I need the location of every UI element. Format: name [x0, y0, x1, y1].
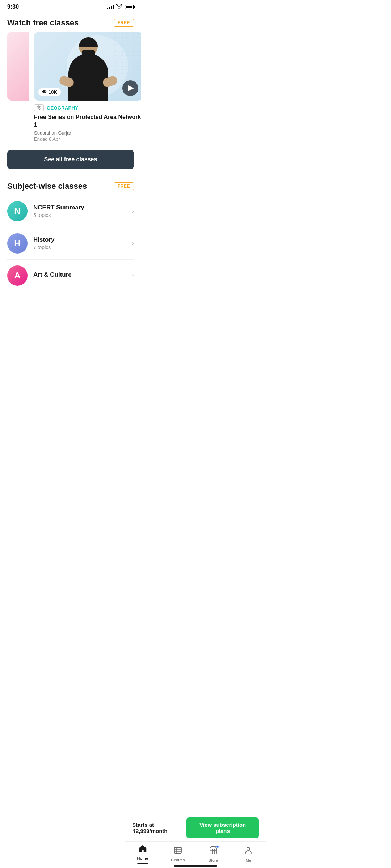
subject-item-art[interactable]: A Art & Culture › — [7, 260, 134, 292]
free-badge-subject: FREE — [114, 182, 134, 190]
subject-topics-ncert: 5 topics — [33, 212, 132, 218]
main-content: Watch free classes FREE — [0, 12, 141, 339]
signal-icon — [107, 4, 114, 9]
wifi-icon — [116, 4, 122, 10]
chevron-right-icon-history: › — [132, 239, 134, 247]
subject-name-art: Art & Culture — [33, 271, 132, 278]
status-time: 9:30 — [7, 4, 19, 10]
video-instructor: Sudarshan Gurjar — [34, 130, 141, 136]
view-count: 👁 10K — [38, 88, 61, 96]
eye-icon: 👁 — [42, 89, 47, 95]
subject-info-history: History 7 topics — [33, 236, 132, 250]
view-count-value: 10K — [49, 89, 57, 95]
subject-name-history: History — [33, 236, 132, 243]
free-badge-watch: FREE — [114, 19, 134, 27]
see-all-button[interactable]: See all free classes — [7, 150, 134, 169]
video-date: Ended 8 Apr — [34, 136, 141, 142]
status-icons — [107, 4, 134, 10]
subject-avatar-art: A — [7, 265, 28, 286]
chevron-right-icon-ncert: › — [132, 207, 134, 215]
watch-free-classes-header: Watch free classes FREE — [0, 12, 141, 32]
language-badge: हि — [34, 104, 44, 111]
video-card-main[interactable]: 👁 10K हि GEOGRAPHY Free Series on Protec… — [34, 32, 141, 143]
subject-avatar-ncert: N — [7, 201, 28, 221]
video-thumbnail[interactable]: 👁 10K — [34, 32, 141, 101]
subject-item-history[interactable]: H History 7 topics › — [7, 227, 134, 260]
subject-wise-title: Subject-wise classes — [7, 182, 87, 191]
subject-wise-header: Subject-wise classes FREE — [0, 176, 141, 195]
person-beard — [82, 50, 95, 56]
subject-topics-history: 7 topics — [33, 244, 132, 250]
subject-info-art: Art & Culture — [33, 271, 132, 280]
video-meta: हि GEOGRAPHY Free Series on Protected Ar… — [34, 101, 141, 143]
battery-icon — [125, 5, 134, 9]
subject-info-ncert: NCERT Summary 5 topics — [33, 204, 132, 218]
video-card-partial — [7, 32, 29, 143]
subject-avatar-history: H — [7, 233, 28, 254]
person — [63, 37, 114, 101]
subject-name-ncert: NCERT Summary — [33, 204, 132, 211]
chevron-right-icon-art: › — [132, 272, 134, 279]
person-body — [68, 54, 108, 101]
video-carousel[interactable]: 👁 10K हि GEOGRAPHY Free Series on Protec… — [0, 32, 141, 143]
subject-list: N NCERT Summary 5 topics › H History 7 t… — [0, 195, 141, 292]
play-button[interactable] — [122, 80, 138, 96]
video-title: Free Series on Protected Area Network 1 — [34, 114, 141, 129]
video-tags: हि GEOGRAPHY — [34, 104, 141, 111]
status-bar: 9:30 — [0, 0, 141, 12]
subject-item-ncert[interactable]: N NCERT Summary 5 topics › — [7, 195, 134, 227]
subject-label: GEOGRAPHY — [47, 105, 78, 111]
watch-free-classes-title: Watch free classes — [7, 18, 79, 27]
person-hair — [79, 37, 98, 47]
play-triangle-icon — [128, 85, 134, 91]
